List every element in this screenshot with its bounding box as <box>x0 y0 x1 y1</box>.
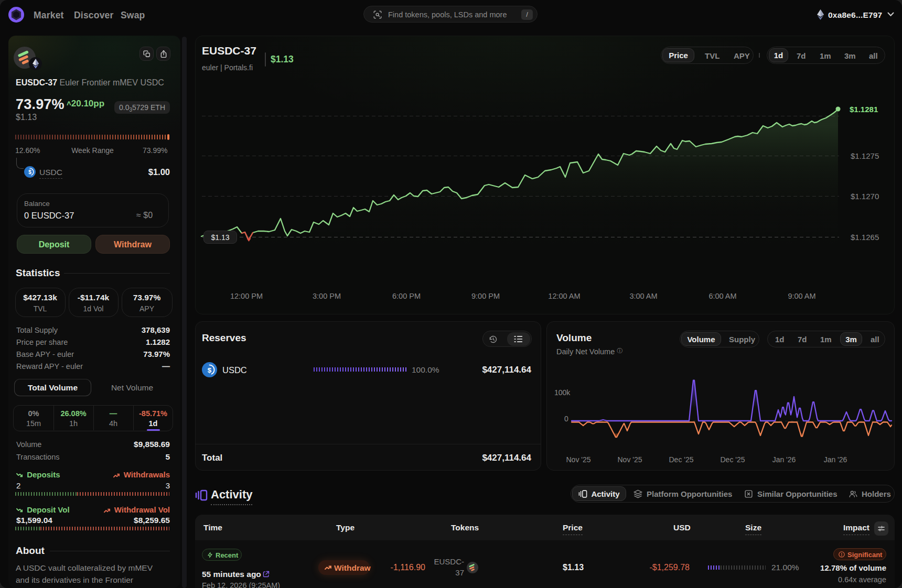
svg-text:$: $ <box>208 366 212 374</box>
svg-text:$: $ <box>28 169 31 175</box>
